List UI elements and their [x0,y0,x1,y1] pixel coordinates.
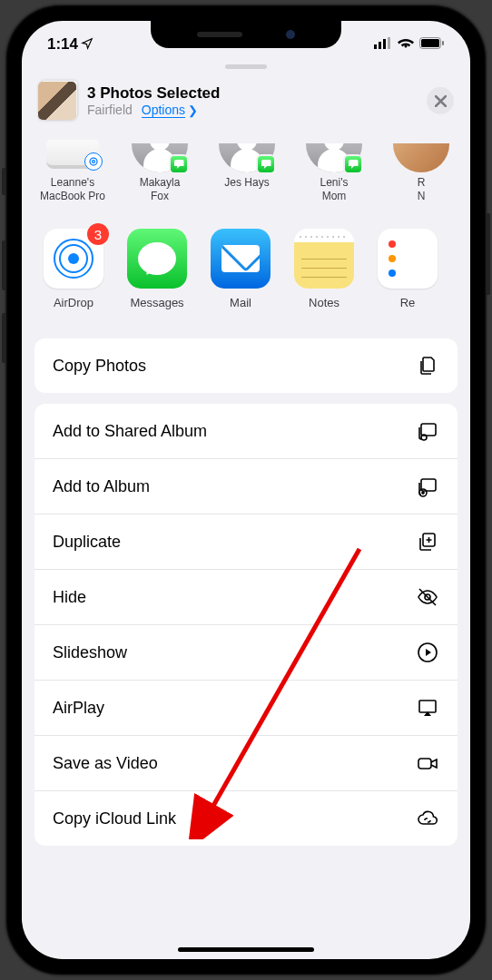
action-airplay[interactable]: AirPlay [34,681,458,736]
screen: 1:14 [22,21,470,959]
airplay-icon [416,696,439,720]
actions-group-secondary: Add to Shared Album Add to Album Duplica… [34,404,458,846]
shared-album-icon [416,419,439,443]
contact-name: Leanne's MacBook Pro [40,176,105,203]
share-contact-device[interactable]: Leanne's MacBook Pro [38,136,107,203]
actions-group-primary: Copy Photos [34,338,458,393]
share-apps-row[interactable]: 3 AirDrop Messages Mail Notes [22,205,470,315]
share-header: 3 Photos Selected Fairfield Options ❯ [22,69,470,136]
svg-rect-3 [388,37,390,49]
share-app-notes[interactable]: Notes [294,229,354,309]
cellular-icon [374,35,392,54]
action-copy-photos[interactable]: Copy Photos [34,338,458,393]
selection-title: 3 Photos Selected [87,84,416,103]
options-link[interactable]: Options ❯ [142,103,198,117]
home-indicator[interactable] [178,947,314,952]
hide-icon [416,585,439,609]
airdrop-icon: 3 [44,229,103,289]
notch [151,21,341,48]
messages-badge-icon [256,154,276,174]
share-contacts-row[interactable]: Leanne's MacBook Pro Makayla Fox Jes Hay… [22,136,470,205]
action-copy-icloud-link[interactable]: Copy iCloud Link [34,791,458,846]
action-add-album[interactable]: Add to Album [34,459,458,514]
messages-icon [127,229,187,289]
location-arrow-icon [81,37,93,53]
share-app-mail[interactable]: Mail [211,229,271,309]
svg-rect-0 [374,44,377,49]
svg-rect-17 [418,759,431,769]
add-album-icon [416,475,439,498]
messages-badge-icon [343,154,363,174]
duplicate-icon [416,530,439,554]
action-slideshow[interactable]: Slideshow [34,625,458,681]
svg-point-7 [93,161,95,163]
notification-badge: 3 [87,223,109,245]
share-contact[interactable]: Jes Hays [212,136,281,203]
status-time: 1:14 [47,35,78,54]
airdrop-badge-icon [84,152,103,171]
wifi-icon [398,35,414,54]
play-circle-icon [416,641,439,664]
svg-point-8 [90,158,97,165]
messages-badge-icon [169,154,189,174]
svg-rect-5 [421,39,439,47]
action-save-as-video[interactable]: Save as Video [34,736,458,791]
cloud-link-icon [416,807,439,830]
svg-rect-6 [442,41,444,45]
svg-rect-2 [383,39,386,49]
share-app-partial[interactable]: Re [378,229,438,309]
contact-name: R N [418,176,426,203]
share-contact[interactable]: R N [387,136,456,203]
copy-docs-icon [416,354,439,377]
macbook-icon [46,140,99,169]
svg-rect-16 [419,701,436,712]
selection-location: Fairfield [87,103,133,117]
selection-thumbnail[interactable] [38,82,76,120]
svg-rect-9 [421,424,436,436]
contact-name: Jes Hays [224,176,269,190]
action-duplicate[interactable]: Duplicate [34,514,458,570]
battery-icon [419,35,445,54]
reminders-icon [378,229,438,289]
action-add-shared-album[interactable]: Add to Shared Album [34,404,458,459]
phone-frame: 1:14 [5,5,487,975]
video-icon [416,751,439,775]
notes-icon [294,229,354,289]
mail-icon [211,229,271,289]
contact-name: Makayla Fox [140,176,181,203]
share-app-messages[interactable]: Messages [127,229,187,309]
share-app-airdrop[interactable]: 3 AirDrop [44,229,103,309]
action-hide[interactable]: Hide [34,570,458,625]
share-contact[interactable]: Makayla Fox [125,136,194,203]
contact-name: Leni's Mom [320,176,349,203]
share-contact[interactable]: Leni's Mom [300,136,369,203]
close-button[interactable] [427,87,454,114]
svg-rect-1 [379,42,381,49]
